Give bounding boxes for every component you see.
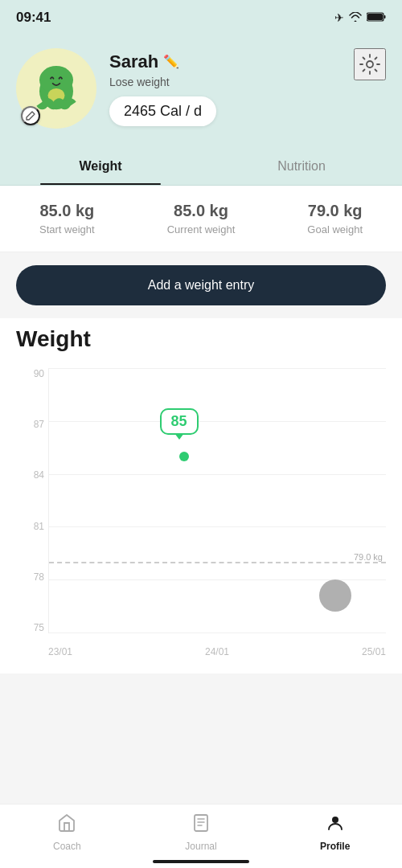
goal-line: 79.0 kg: [49, 562, 386, 563]
x-label-2: 25/01: [362, 646, 386, 657]
grid-line-bottom: [49, 633, 386, 633]
bottom-nav: Coach Journal Profile: [0, 804, 402, 868]
data-point-dot: [179, 452, 189, 461]
weight-stats: 85.0 kg Start weight 85.0 kg Current wei…: [0, 186, 402, 252]
y-label-84: 84: [16, 469, 44, 481]
edit-avatar-button[interactable]: [21, 106, 40, 125]
battery-icon: [367, 11, 386, 24]
svg-rect-1: [367, 14, 383, 20]
status-time: 09:41: [16, 10, 51, 26]
status-bar: 09:41 ✈: [0, 0, 402, 35]
start-weight-stat: 85.0 kg Start weight: [0, 202, 134, 235]
grid-line-3: [49, 526, 386, 527]
profile-header: Sarah ✏️ Lose weight 2465 Cal / d: [0, 35, 402, 148]
chart-y-axis: 90 87 84 81 78 75: [16, 368, 44, 633]
coach-icon: [57, 813, 76, 837]
svg-point-8: [332, 817, 338, 823]
current-weight-label: Current weight: [134, 223, 269, 235]
tabs-container: Weight Nutrition: [0, 148, 402, 186]
profile-info: Sarah ✏️ Lose weight 2465 Cal / d: [16, 48, 386, 129]
x-label-1: 24/01: [205, 646, 229, 657]
chart-container: 90 87 84 81 78 75 79.0 kg 85: [16, 368, 386, 657]
y-label-90: 90: [16, 368, 44, 379]
profile-name: Sarah: [109, 51, 158, 72]
profile-goal: Lose weight: [109, 76, 386, 88]
goal-weight-label: Goal weight: [268, 223, 402, 235]
data-point-gray: [319, 579, 351, 612]
y-label-75: 75: [16, 622, 44, 633]
nav-profile[interactable]: Profile: [268, 805, 402, 860]
goal-weight-stat: 79.0 kg Goal weight: [268, 202, 402, 235]
tab-nutrition[interactable]: Nutrition: [201, 148, 402, 185]
edit-name-icon[interactable]: ✏️: [163, 54, 179, 69]
current-weight-stat: 85.0 kg Current weight: [134, 202, 269, 235]
avatar-container: [16, 48, 96, 129]
status-icons: ✈: [334, 11, 386, 24]
tab-weight[interactable]: Weight: [0, 148, 201, 185]
coach-label: Coach: [53, 841, 81, 852]
start-weight-value: 85.0 kg: [0, 202, 134, 220]
add-weight-button[interactable]: Add a weight entry: [16, 265, 386, 305]
goal-weight-value: 79.0 kg: [268, 202, 402, 220]
profile-text: Sarah ✏️ Lose weight 2465 Cal / d: [109, 51, 386, 126]
y-label-81: 81: [16, 521, 44, 532]
svg-point-3: [367, 61, 373, 68]
grid-line-2: [49, 474, 386, 475]
y-label-78: 78: [16, 571, 44, 583]
current-weight-value: 85.0 kg: [134, 202, 269, 220]
calories-badge: 2465 Cal / d: [109, 96, 216, 126]
start-weight-label: Start weight: [0, 223, 134, 235]
weight-tooltip: 85: [160, 408, 199, 435]
profile-name-row: Sarah ✏️: [109, 51, 386, 72]
grid-line-top: [49, 368, 386, 369]
wifi-icon: [349, 11, 362, 24]
x-label-0: 23/01: [48, 646, 72, 657]
nav-coach[interactable]: Coach: [0, 805, 134, 860]
nav-journal[interactable]: Journal: [134, 805, 269, 860]
airplane-icon: ✈: [334, 11, 344, 24]
settings-button[interactable]: [354, 48, 386, 80]
profile-label: Profile: [320, 841, 350, 852]
tooltip-value: 85: [171, 413, 187, 429]
journal-icon: [191, 813, 211, 837]
svg-rect-2: [384, 15, 386, 18]
chart-x-axis: 23/01 24/01 25/01: [48, 646, 386, 657]
profile-icon: [326, 813, 345, 837]
chart-plot: 79.0 kg 85: [48, 368, 386, 633]
goal-line-label: 79.0 kg: [354, 552, 383, 562]
chart-section: Weight 90 87 84 81 78 75 79.0 kg: [0, 318, 402, 674]
journal-label: Journal: [185, 841, 216, 852]
home-indicator: [153, 860, 249, 863]
svg-rect-7: [195, 815, 207, 831]
y-label-87: 87: [16, 419, 44, 430]
grid-line-1: [49, 421, 386, 422]
chart-title: Weight: [16, 326, 386, 352]
